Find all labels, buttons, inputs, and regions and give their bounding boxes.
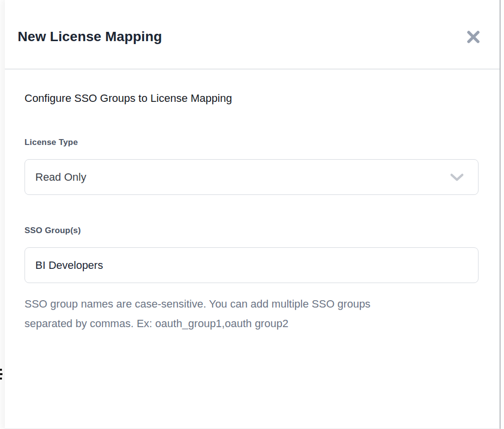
new-license-mapping-modal: New License Mapping Configure SSO Groups… (5, 0, 501, 429)
close-icon (467, 30, 480, 44)
modal-title: New License Mapping (18, 29, 162, 45)
close-button[interactable] (464, 28, 482, 46)
chevron-down-icon (450, 173, 464, 182)
sso-groups-label: SSO Group(s) (25, 226, 479, 236)
modal-header: New License Mapping (5, 0, 500, 70)
modal-subheading: Configure SSO Groups to License Mapping (25, 92, 479, 105)
modal-body: Configure SSO Groups to License Mapping … (5, 70, 500, 334)
license-type-selected-value: Read Only (35, 171, 86, 184)
sso-groups-help-line-1: SSO group names are case-sensitive. You … (25, 294, 466, 314)
background-list-icon-fragment (0, 369, 3, 383)
license-type-select[interactable]: Read Only (25, 159, 479, 195)
sso-groups-input[interactable] (25, 247, 479, 283)
license-type-label: License Type (25, 138, 479, 147)
sso-groups-help-line-2: separated by commas. Ex: oauth_group1,oa… (25, 314, 466, 334)
screen: New License Mapping Configure SSO Groups… (0, 0, 504, 429)
sso-groups-help-text: SSO group names are case-sensitive. You … (25, 294, 466, 334)
